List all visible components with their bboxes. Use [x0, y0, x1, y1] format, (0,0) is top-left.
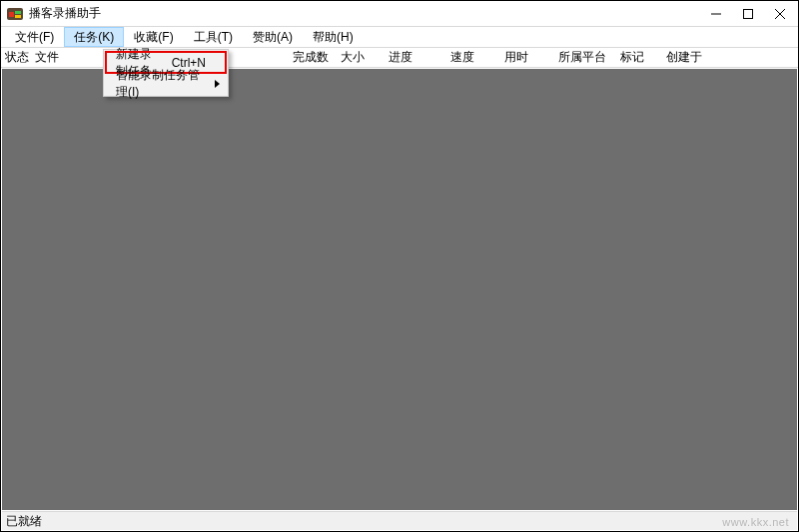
menu-label: 帮助(H)	[313, 29, 354, 46]
minimize-button[interactable]	[700, 3, 732, 25]
col-completed[interactable]: 完成数	[289, 49, 337, 66]
close-button[interactable]	[764, 3, 796, 25]
menu-label: 工具(T)	[194, 29, 233, 46]
svg-rect-1	[9, 12, 14, 17]
col-created[interactable]: 创建于	[662, 49, 716, 66]
col-speed[interactable]: 速度	[446, 49, 500, 66]
app-window: 播客录播助手 文件(F) 任务(K) 收藏(F) 工具(T) 赞助(A) 帮助(…	[0, 0, 799, 532]
titlebar: 播客录播助手	[1, 1, 798, 27]
menu-label: 任务(K)	[74, 29, 114, 46]
list-content-area	[2, 69, 797, 510]
close-icon	[775, 9, 785, 19]
status-text: 已就绪	[6, 513, 42, 530]
menu-tools[interactable]: 工具(T)	[184, 27, 243, 47]
app-icon	[7, 6, 23, 22]
menu-item-smart-recording-manager[interactable]: 智能录制任务管理(I)	[106, 73, 226, 94]
submenu-arrow-icon	[215, 80, 220, 88]
svg-rect-5	[744, 9, 753, 18]
menu-favorites[interactable]: 收藏(F)	[124, 27, 183, 47]
svg-rect-2	[15, 11, 21, 14]
menu-label: 文件(F)	[15, 29, 54, 46]
menu-label: 赞助(A)	[253, 29, 293, 46]
menu-sponsor[interactable]: 赞助(A)	[243, 27, 303, 47]
menu-file[interactable]: 文件(F)	[5, 27, 64, 47]
window-title: 播客录播助手	[29, 5, 101, 22]
col-elapsed[interactable]: 用时	[500, 49, 554, 66]
menu-help[interactable]: 帮助(H)	[303, 27, 364, 47]
col-mark[interactable]: 标记	[616, 49, 662, 66]
col-status[interactable]: 状态	[1, 49, 31, 66]
watermark-text: www.kkx.net	[722, 516, 789, 528]
menu-label: 收藏(F)	[134, 29, 173, 46]
svg-rect-3	[15, 15, 21, 18]
col-platform[interactable]: 所属平台	[554, 49, 616, 66]
maximize-button[interactable]	[732, 3, 764, 25]
maximize-icon	[743, 9, 753, 19]
menu-task[interactable]: 任务(K)	[64, 27, 124, 47]
col-progress[interactable]: 进度	[385, 49, 446, 66]
minimize-icon	[711, 9, 721, 19]
col-size[interactable]: 大小	[337, 49, 385, 66]
task-dropdown-menu: 新建录制任务 Ctrl+N 智能录制任务管理(I)	[103, 49, 229, 97]
statusbar: 已就绪 www.kkx.net	[2, 511, 797, 530]
menu-item-label: 智能录制任务管理(I)	[116, 67, 206, 101]
